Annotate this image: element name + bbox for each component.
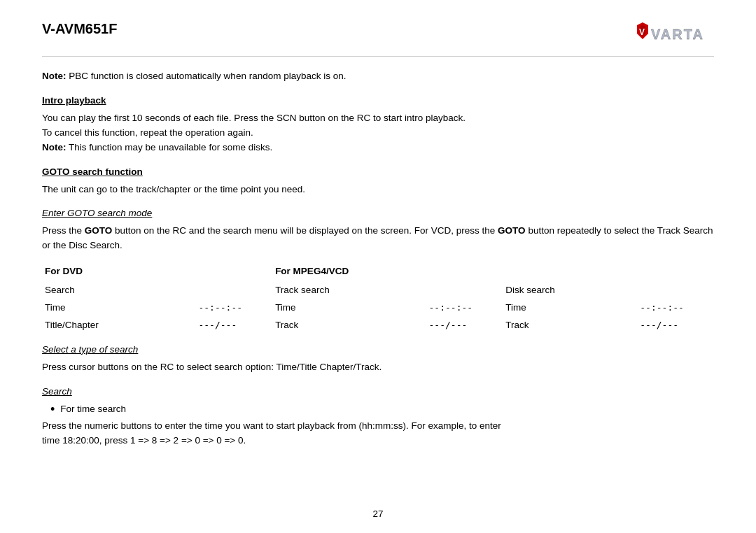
page-content: Note: PBC function is closed automatical…	[42, 69, 714, 448]
col2-header: For MPEG4/VCD	[272, 263, 426, 282]
select-type-description: Press cursor buttons on the RC to select…	[42, 360, 714, 375]
row3-col1-value: ---/---	[195, 317, 272, 334]
search-bullet-text: For time search	[60, 402, 126, 417]
model-title: V-AVM651F	[42, 21, 117, 37]
goto-search-section: GOTO search function The unit can go to …	[42, 165, 714, 197]
col2-header-val	[426, 263, 503, 282]
row2-col3-label: Time	[503, 299, 637, 317]
table-row: Search Track search Disk search	[42, 282, 714, 299]
intro-playback-line1: You can play the first 10 seconds of eac…	[42, 111, 714, 126]
col1-header: For DVD	[42, 263, 195, 282]
row1-col2-value	[426, 282, 503, 299]
search-line2: time 18:20:00, press 1 => 8 => 2 => 0 =>…	[42, 434, 714, 448]
goto-heading: GOTO search function	[42, 165, 714, 180]
row2-col3-value: --:--:--	[637, 299, 714, 317]
row3-col3-value: ---/---	[637, 317, 714, 334]
search-bullet: • For time search	[42, 402, 714, 418]
varta-logo: V VARTA VARTA	[630, 21, 714, 50]
goto-bold-2: GOTO	[498, 225, 526, 236]
enter-goto-section: Enter GOTO search mode Press the GOTO bu…	[42, 206, 714, 253]
search-subsection: Search • For time search Press the numer…	[42, 385, 714, 448]
enter-goto-line1: Press the GOTO button on the RC and the …	[42, 224, 714, 253]
select-type-section: Select a type of search Press cursor but…	[42, 343, 714, 375]
intro-note-bold: Note:	[42, 142, 66, 152]
note-pbc-text: PBC function is closed automatically whe…	[69, 71, 346, 81]
search-subheading: Search	[42, 385, 714, 399]
intro-playback-heading: Intro playback	[42, 94, 714, 108]
row3-col2-value: ---/---	[426, 317, 503, 334]
bullet-dot: •	[50, 402, 55, 418]
search-table: For DVD For MPEG4/VCD Search Track searc…	[42, 263, 714, 334]
intro-playback-line3: Note: This function may be unavailable f…	[42, 141, 714, 155]
row1-col3-label: Disk search	[503, 282, 637, 299]
col3-header-val	[637, 263, 714, 282]
row2-col2-label: Time	[272, 299, 426, 317]
col3-header	[503, 263, 637, 282]
intro-note-rest: This function may be unavailable for som…	[69, 142, 272, 152]
enter-goto-heading: Enter GOTO search mode	[42, 206, 714, 221]
row1-col2-label: Track search	[272, 282, 426, 299]
search-line1: Press the numeric buttons to enter the t…	[42, 419, 714, 434]
row1-col1-label: Search	[42, 282, 195, 299]
svg-text:V: V	[639, 27, 645, 37]
row3-col1-label: Title/Chapter	[42, 317, 195, 334]
goto-bold-1: GOTO	[85, 225, 113, 236]
row2-col1-label: Time	[42, 299, 195, 317]
row1-col3-value	[637, 282, 714, 299]
note-pbc-bold: Note:	[42, 71, 66, 81]
select-type-heading: Select a type of search	[42, 343, 714, 357]
row2-col2-value: --:--:--	[426, 299, 503, 317]
intro-playback-line2: To cancel this function, repeat the oper…	[42, 126, 714, 141]
table-header-row: For DVD For MPEG4/VCD	[42, 263, 714, 282]
intro-playback-section: Intro playback You can play the first 10…	[42, 94, 714, 155]
row2-col1-value: --:--:--	[195, 299, 272, 317]
row1-col1-value	[195, 282, 272, 299]
row3-col3-label: Track	[503, 317, 637, 334]
svg-text:VARTA: VARTA	[651, 27, 704, 42]
page-header: V-AVM651F V VARTA VARTA	[42, 21, 714, 57]
col1-header-val	[195, 263, 272, 282]
table-row: Time --:--:-- Time --:--:-- Time --:--:-…	[42, 299, 714, 317]
goto-description: The unit can go to the track/chapter or …	[42, 183, 714, 197]
logo-container: V VARTA VARTA	[630, 21, 714, 50]
table-row: Title/Chapter ---/--- Track ---/--- Trac…	[42, 317, 714, 334]
note-pbc: Note: PBC function is closed automatical…	[42, 69, 714, 84]
row3-col2-label: Track	[272, 317, 426, 334]
page-number: 27	[372, 509, 383, 519]
